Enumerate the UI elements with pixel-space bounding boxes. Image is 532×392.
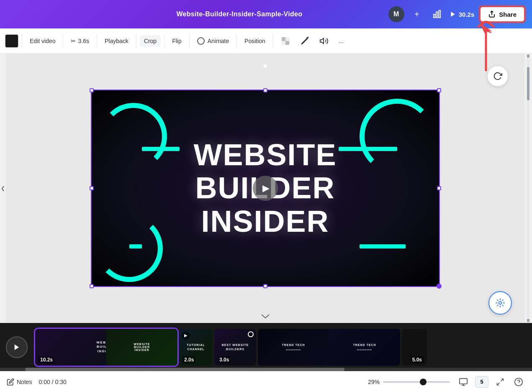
share-icon [488,10,496,18]
divider-8 [273,34,273,48]
selection-handle-ml[interactable] [90,186,94,190]
scrollbar-track[interactable] [527,59,529,318]
divider-2 [63,34,63,48]
clip-5[interactable]: 5.0s [402,329,427,366]
refresh-button[interactable] [488,66,508,86]
avatar[interactable]: M [388,6,404,22]
heart-icon: ♥ [263,62,267,70]
page-number: 5 [480,379,483,385]
scroll-down-btn[interactable] [527,319,529,322]
monitor-icon-btn[interactable] [457,375,470,389]
flip-label: Flip [172,38,182,44]
magic-tool-button[interactable] [296,34,314,48]
crop-label: Crop [144,38,157,44]
bottom-bar: Notes 0:00 / 0:30 29% 5 [0,371,532,392]
trim-button[interactable]: ✂ 3.6s [67,35,93,47]
selection-handle-mr[interactable] [437,186,441,190]
svg-marker-3 [451,12,455,17]
scrollbar-thumb[interactable] [527,67,529,100]
timeline-area: WEBSITE BUILDER INSIDER WEBSITEBUILDERIN… [0,323,532,371]
expand-icon-btn[interactable] [493,375,507,389]
more-button[interactable]: ... [334,35,348,47]
play-triangle-icon: ▶ [262,183,270,194]
video-play-overlay[interactable]: ▶ [253,176,278,201]
timeline-play-circle[interactable] [6,336,28,358]
stats-button[interactable] [429,7,445,22]
zoom-label: 29% [368,379,380,385]
magic-ai-button[interactable] [488,291,512,315]
timeline-play-btn[interactable] [0,336,33,358]
video-text-line3: INSIDER [193,205,337,238]
divider-7 [236,34,237,48]
chevron-down-icon [261,314,270,319]
cyan-rect-bottom-left [129,244,142,249]
monitor-icon [459,377,468,387]
selection-handle-bl[interactable] [90,284,94,288]
video-frame[interactable]: WEBSITE BUILDER INSIDER ▶ [92,90,439,286]
flip-button[interactable]: Flip [168,35,186,47]
playback-label: Playback [105,38,129,44]
svg-rect-0 [434,14,435,18]
zoom-thumb[interactable] [420,379,427,385]
main-content: ❮ 🗑 ··· [0,54,532,323]
heart-indicator: ♥ [263,62,267,71]
timeline-play-icon [13,343,21,351]
position-button[interactable]: Position [240,35,270,47]
selection-handle-br-dot[interactable] [437,284,442,289]
selection-handle-tl[interactable] [90,88,94,92]
clip-2-text: TUTORIALCHANNEL [179,329,213,366]
notes-button[interactable]: Notes [7,378,32,386]
timeline-scrollbar[interactable] [0,368,532,371]
current-time: 0:00 / 0:30 [39,379,67,385]
cyan-rect-top-right [339,147,397,151]
add-button[interactable]: + [409,7,424,22]
trim-label: 3.6s [78,38,89,44]
selection-handle-bm[interactable] [263,284,267,288]
crop-button[interactable]: Crop [140,35,161,47]
clip-2[interactable]: ▶ TUTORIALCHANNEL 2.0s [179,329,213,366]
svg-rect-11 [285,41,289,45]
pencil-icon [7,378,14,386]
cyan-circle-bottom-left [96,215,163,282]
edit-video-button[interactable]: Edit video [26,35,59,47]
play-time: 30.2s [450,11,475,18]
animate-icon [197,37,205,45]
divider-1 [22,34,22,48]
edit-video-label: Edit video [30,38,55,44]
more-label: ... [339,38,344,44]
animate-button[interactable]: Animate [193,35,233,47]
timeline-scroll-thumb[interactable] [25,368,344,371]
share-button[interactable]: Share [479,6,525,23]
scroll-down-chevron[interactable] [261,313,270,320]
audio-button[interactable] [315,34,333,48]
clip-1[interactable]: WEBSITE BUILDER INSIDER WEBSITEBUILDERIN… [35,329,177,366]
clip-4-inner: TREND TECH▬▬▬▬▬▬ TREND TECH▬▬▬▬▬▬ 9.9s [258,329,400,366]
toolbar: Edit video ✂ 3.6s Playback Crop Flip Ani… [0,28,532,54]
clip-4[interactable]: TREND TECH▬▬▬▬▬▬ TREND TECH▬▬▬▬▬▬ 9.9s [258,329,400,366]
svg-rect-9 [285,37,289,41]
scroll-up-btn[interactable] [527,54,529,58]
page-badge: 5 [475,376,488,388]
clip-3[interactable]: BEST WEBSITEBUILDERS 3.0s [214,329,256,366]
left-panel[interactable]: ❮ [0,54,6,323]
svg-rect-2 [439,10,440,18]
document-title: Website-Builder-Insider-Sample-Video [176,10,302,18]
help-icon-btn[interactable] [512,375,525,389]
divider-3 [97,34,97,48]
play-icon-nav [450,11,456,18]
playback-button[interactable]: Playback [100,35,133,47]
color-box[interactable] [5,34,18,48]
transparency-button[interactable] [277,34,294,48]
divider-6 [189,34,190,48]
notes-label: Notes [17,379,32,385]
svg-rect-15 [460,378,467,384]
canvas-area: 🗑 ··· WEBSITE BUILDER [6,54,524,323]
zoom-area: 29% [368,379,450,385]
clip-3-text: BEST WEBSITEBUILDERS [214,329,256,366]
svg-marker-12 [320,38,324,44]
selection-handle-tr[interactable] [437,88,441,92]
selection-handle-tm[interactable] [263,88,267,92]
zoom-slider[interactable] [383,381,450,383]
sparkle-icon [495,297,506,308]
svg-line-18 [501,379,504,381]
